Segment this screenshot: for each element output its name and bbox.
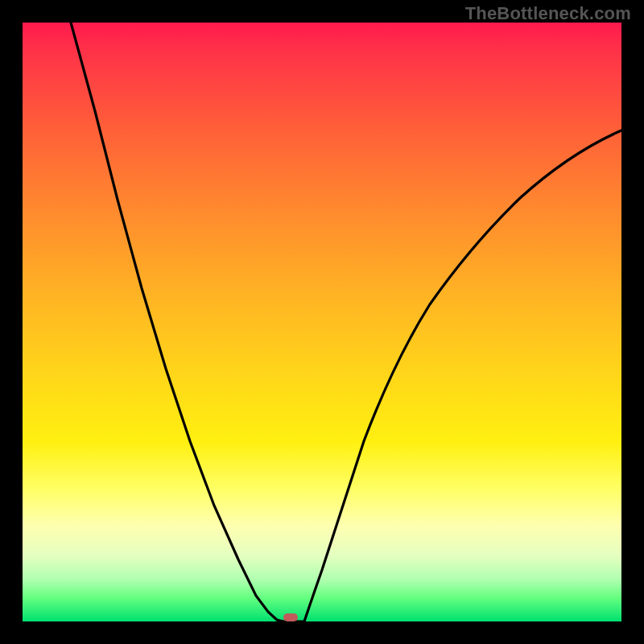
- curve-left-branch: [71, 23, 283, 621]
- outer-frame: TheBottleneck.com: [0, 0, 644, 644]
- curve-right-branch: [304, 130, 621, 621]
- optimum-marker: [283, 613, 298, 621]
- plot-area: [23, 23, 621, 621]
- watermark-text: TheBottleneck.com: [465, 3, 631, 24]
- bottleneck-curve: [23, 23, 621, 621]
